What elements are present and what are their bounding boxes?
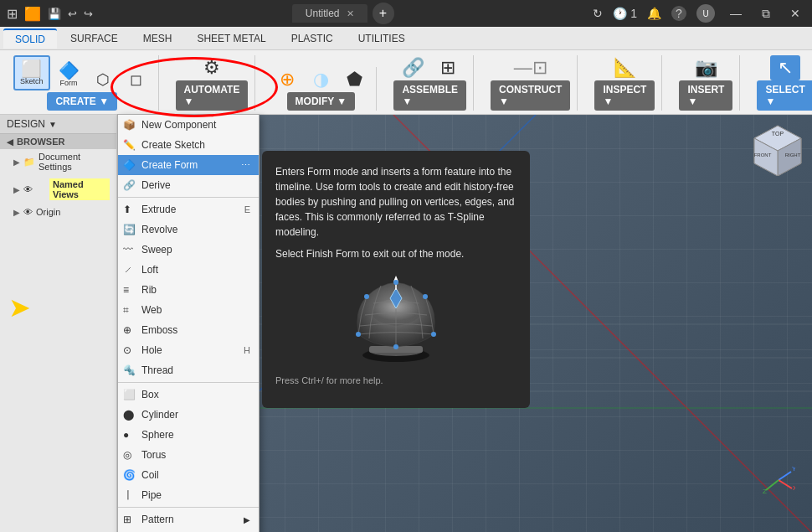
svg-text:Y: Y: [792, 465, 795, 473]
automate-btn[interactable]: ⚙: [197, 55, 227, 80]
menu-item-thread[interactable]: 🔩 Thread: [118, 360, 259, 380]
assemble-btn1[interactable]: 🔗: [397, 55, 429, 80]
construct-dropdown-btn[interactable]: CONSTRUCT ▼: [491, 80, 570, 111]
sweep-icon: 〰: [123, 244, 133, 256]
tab-mesh[interactable]: MESH: [131, 29, 184, 48]
menu-item-sphere[interactable]: ● Sphere: [118, 425, 259, 445]
modify-label: MODIFY ▼: [296, 96, 347, 107]
menu-item-extrude[interactable]: ⬆ Extrude E: [118, 199, 259, 220]
tab-utilities[interactable]: UTILITIES: [347, 29, 417, 48]
menu-item-label: Create Form: [141, 159, 198, 171]
modify-btn1[interactable]: ⊕: [272, 67, 302, 92]
browser-item-documents[interactable]: ▶ 📁 Document Settings: [0, 149, 116, 174]
menu-item-emboss[interactable]: ⊕ Emboss: [118, 320, 259, 340]
menu-item-create-sketch[interactable]: ✏️ Create Sketch: [118, 135, 259, 155]
tooltip-press-hint: Press Ctrl+/ for more help.: [275, 374, 516, 388]
insert-dropdown-btn[interactable]: INSERT ▼: [679, 80, 732, 111]
tab-title: Untitled: [306, 8, 340, 19]
cube-svg: TOP RIGHT FRONT: [751, 121, 805, 176]
menu-item-cylinder[interactable]: ⬤ Cylinder: [118, 405, 259, 425]
ribbon-group-assemble: 🔗 ⊞ ASSEMBLE ▼: [387, 55, 474, 111]
thread-icon: 🔩: [123, 364, 136, 376]
construct-btn1[interactable]: —⊡: [509, 55, 552, 80]
view-cube[interactable]: TOP RIGHT FRONT: [751, 121, 805, 178]
minimize-button[interactable]: —: [725, 5, 747, 22]
menu-item-revolve[interactable]: 🔄 Revolve: [118, 220, 259, 240]
menu-item-derive[interactable]: 🔗 Derive: [118, 175, 259, 195]
modify-icon1: ⊕: [280, 70, 295, 89]
tooltip-description: Enters Form mode and inserts a form feat…: [275, 164, 516, 240]
menu-item-pattern[interactable]: ⊞ Pattern ▶: [118, 509, 259, 529]
menu-item-web[interactable]: ⌗ Web: [118, 300, 259, 320]
menu-item-new-component[interactable]: 📦 New Component: [118, 115, 259, 135]
create-solid-btn[interactable]: 🔷 Form: [54, 59, 85, 90]
restore-button[interactable]: ⧉: [757, 5, 775, 23]
menu-item-torus[interactable]: ◎ Torus: [118, 445, 259, 465]
browser-item-origin[interactable]: ▶ 👁 Origin: [0, 204, 116, 220]
design-dropdown-icon: ▼: [49, 120, 57, 129]
menu-item-label: Loft: [141, 264, 158, 276]
tab-sheet-metal[interactable]: SHEET METAL: [185, 29, 277, 48]
design-selector[interactable]: DESIGN ▼: [0, 115, 116, 134]
browser-item-named[interactable]: ▶ 👁 Named Views: [0, 174, 116, 204]
redo-button[interactable]: ↪: [84, 8, 93, 20]
create-sketch-icon: ✏️: [123, 139, 136, 151]
revolve-icon: 🔄: [123, 224, 136, 235]
titlebar-right: ↻ 🕐 1 🔔 ? U — ⧉ ✕: [593, 4, 805, 23]
menu-item-coil[interactable]: 🌀 Coil: [118, 465, 259, 485]
sync-icon[interactable]: ↻: [593, 7, 603, 20]
app-grid-icon[interactable]: ⊞: [7, 6, 18, 22]
save-button[interactable]: 💾: [48, 8, 61, 20]
assemble-dropdown-btn[interactable]: ASSEMBLE ▼: [393, 80, 466, 111]
menu-item-create-form[interactable]: 🔷 Create Form ⋯: [118, 155, 259, 175]
derive-icon: 🔗: [123, 179, 136, 191]
menu-item-hole[interactable]: ⊙ Hole H: [118, 340, 259, 360]
inspect-btn[interactable]: 📐: [609, 55, 641, 80]
menu-item-loft[interactable]: ⟋ Loft: [118, 260, 259, 280]
ribbon-group-create: ⬜ Sketch 🔷 Form ⬡ ◻ CREATE ▼: [7, 55, 159, 111]
create-component-btn[interactable]: ⬡: [88, 69, 118, 90]
select-btn[interactable]: ↖: [770, 55, 800, 80]
menu-item-box[interactable]: ⬜ Box: [118, 385, 259, 405]
create-dropdown-btn[interactable]: CREATE ▼: [47, 92, 117, 111]
tab-close-button[interactable]: ✕: [347, 8, 354, 19]
tab-surface[interactable]: SURFACE: [59, 29, 130, 48]
menu-item-sweep[interactable]: 〰 Sweep: [118, 240, 259, 260]
modify-btn3[interactable]: ⬟: [339, 67, 369, 92]
inspect-dropdown-btn[interactable]: INSPECT ▼: [594, 80, 655, 111]
hole-key: H: [244, 345, 250, 355]
create-extra-btn[interactable]: ◻: [121, 69, 152, 90]
tab-solid[interactable]: SOLID: [3, 28, 57, 49]
menu-item-pipe[interactable]: 〡 Pipe: [118, 485, 259, 505]
titlebar-left: ⊞ 🟧 💾 ↩ ↪: [7, 6, 93, 22]
modify-dropdown-btn[interactable]: MODIFY ▼: [287, 92, 356, 111]
app-icon: 🟧: [24, 6, 41, 22]
menu-item-rib[interactable]: ≡ Rib: [118, 280, 259, 300]
close-button[interactable]: ✕: [785, 5, 805, 22]
menu-item-label: Hole: [141, 344, 162, 356]
back-icon[interactable]: ◀: [7, 137, 13, 147]
tab-plastic[interactable]: PLASTIC: [280, 29, 345, 48]
clock-icon[interactable]: 🕐 1: [613, 7, 637, 20]
modify-btn2[interactable]: ◑: [306, 67, 336, 92]
user-avatar[interactable]: U: [696, 4, 715, 23]
assemble-btn2[interactable]: ⊞: [433, 55, 463, 80]
select-dropdown-btn[interactable]: SELECT ▼: [757, 80, 812, 111]
modify-icon2: ◑: [313, 70, 329, 89]
help-icon[interactable]: ?: [671, 6, 686, 21]
torus-icon: ◎: [123, 449, 131, 461]
undo-button[interactable]: ↩: [68, 8, 77, 20]
insert-btn1[interactable]: 📷: [690, 55, 722, 80]
new-tab-button[interactable]: +: [373, 3, 394, 24]
create-sketch-ribbon-btn[interactable]: ⬜ Sketch: [13, 55, 50, 90]
insert-label: INSERT ▼: [687, 84, 724, 107]
document-tab[interactable]: Untitled ✕: [292, 4, 367, 23]
automate-icon: ⚙: [203, 59, 220, 77]
assemble-label: ASSEMBLE ▼: [402, 84, 458, 107]
construct-label: CONSTRUCT ▼: [499, 84, 562, 107]
svg-point-29: [431, 332, 436, 337]
svg-point-26: [393, 280, 398, 285]
automate-label: AUTOMATE ▼: [184, 84, 240, 107]
automate-dropdown-btn[interactable]: AUTOMATE ▼: [176, 80, 249, 111]
notification-icon[interactable]: 🔔: [647, 7, 661, 20]
